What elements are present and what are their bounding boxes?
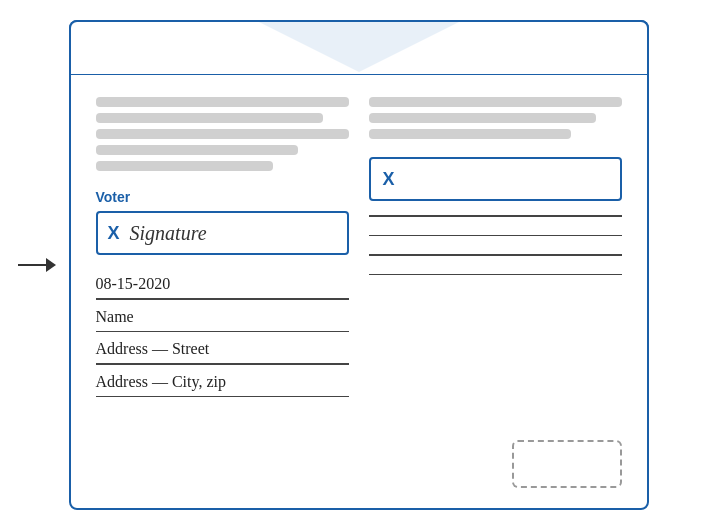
arrow-head [46, 258, 56, 272]
address-street-label: Address — Street [96, 334, 349, 361]
right-placeholder-line-3 [369, 129, 571, 139]
name-label: Name [96, 302, 349, 329]
address-street-field-line [96, 363, 349, 365]
page-wrapper: Voter X Signature 08-15-2020 Name [0, 0, 717, 530]
arrow [18, 258, 56, 272]
right-line-2 [369, 235, 622, 237]
placeholder-line-2 [96, 113, 324, 123]
envelope-flap [69, 20, 649, 75]
date-field-line [96, 298, 349, 300]
right-placeholder-line-1 [369, 97, 622, 107]
signature-x-mark: X [108, 224, 120, 242]
placeholder-line-3 [96, 129, 349, 139]
right-lines [369, 215, 622, 430]
envelope: Voter X Signature 08-15-2020 Name [69, 20, 649, 510]
address-street-field: Address — Street [96, 334, 349, 365]
placeholder-lines-left [96, 97, 349, 171]
name-field-line [96, 331, 349, 333]
right-placeholder-line-2 [369, 113, 597, 123]
voter-label: Voter [96, 189, 349, 205]
right-line-1 [369, 215, 622, 217]
left-column: Voter X Signature 08-15-2020 Name [96, 97, 349, 488]
address-city-field: Address — City, zip [96, 367, 349, 398]
address-city-field-line [96, 396, 349, 398]
right-x-mark: X [383, 170, 395, 188]
signature-box[interactable]: X Signature [96, 211, 349, 255]
placeholder-line-5 [96, 161, 273, 171]
right-x-input-box[interactable]: X [369, 157, 622, 201]
right-column: X [369, 97, 622, 488]
date-field: 08-15-2020 [96, 269, 349, 300]
placeholder-line-1 [96, 97, 349, 107]
envelope-body: Voter X Signature 08-15-2020 Name [71, 77, 647, 508]
placeholder-lines-right [369, 97, 622, 139]
right-line-4 [369, 274, 622, 276]
right-line-3 [369, 254, 622, 256]
stamp-box [512, 440, 622, 488]
signature-text: Signature [130, 222, 207, 245]
address-city-label: Address — City, zip [96, 367, 349, 394]
arrow-line [18, 264, 46, 266]
placeholder-line-4 [96, 145, 298, 155]
date-value: 08-15-2020 [96, 269, 349, 296]
name-field: Name [96, 302, 349, 333]
envelope-flap-line [71, 74, 647, 75]
